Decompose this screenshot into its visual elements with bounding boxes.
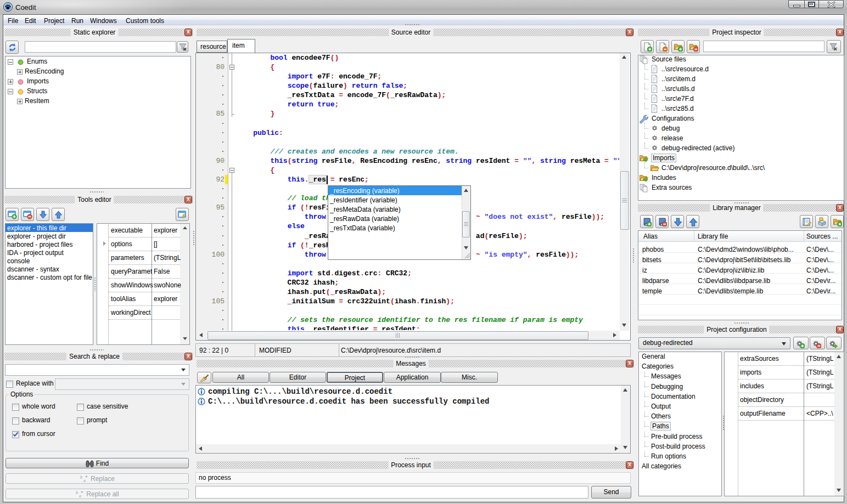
svg-text:a: a (79, 494, 81, 498)
svg-text:b: b (76, 490, 78, 495)
svg-text:a: a (83, 478, 86, 483)
svg-text:b: b (80, 475, 82, 480)
